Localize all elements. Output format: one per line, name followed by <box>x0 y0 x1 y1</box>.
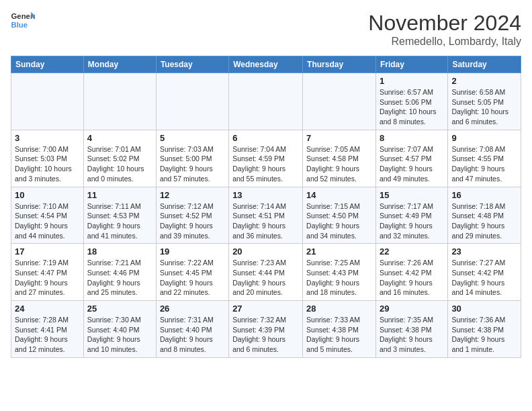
day-number: 1 <box>380 76 444 86</box>
calendar-cell: 15Sunrise: 7:17 AM Sunset: 4:49 PM Dayli… <box>375 187 447 244</box>
day-number: 28 <box>306 304 372 314</box>
day-info: Sunrise: 7:27 AM Sunset: 4:42 PM Dayligh… <box>451 258 517 298</box>
day-number: 18 <box>87 246 152 257</box>
day-number: 20 <box>232 246 299 257</box>
day-info: Sunrise: 7:30 AM Sunset: 4:40 PM Dayligh… <box>87 315 152 355</box>
calendar-cell: 9Sunrise: 7:08 AM Sunset: 4:55 PM Daylig… <box>448 130 521 187</box>
calendar-cell: 3Sunrise: 7:00 AM Sunset: 5:03 PM Daylig… <box>11 130 84 187</box>
day-info: Sunrise: 7:21 AM Sunset: 4:46 PM Dayligh… <box>87 258 152 298</box>
day-number: 14 <box>306 190 372 200</box>
day-info: Sunrise: 7:28 AM Sunset: 4:41 PM Dayligh… <box>15 315 80 355</box>
calendar-cell: 14Sunrise: 7:15 AM Sunset: 4:50 PM Dayli… <box>303 187 376 244</box>
day-info: Sunrise: 7:26 AM Sunset: 4:42 PM Dayligh… <box>380 258 444 298</box>
calendar-cell: 26Sunrise: 7:31 AM Sunset: 4:40 PM Dayli… <box>156 301 228 358</box>
day-number: 15 <box>380 190 444 200</box>
day-number: 29 <box>380 304 444 314</box>
day-number: 11 <box>87 190 152 200</box>
month-title: November 2024 <box>368 11 521 36</box>
day-number: 26 <box>160 304 225 314</box>
weekday-header-wednesday: Wednesday <box>229 56 303 73</box>
day-info: Sunrise: 7:07 AM Sunset: 4:57 PM Dayligh… <box>380 144 444 184</box>
day-info: Sunrise: 7:04 AM Sunset: 4:59 PM Dayligh… <box>232 144 299 184</box>
day-info: Sunrise: 7:10 AM Sunset: 4:54 PM Dayligh… <box>15 201 80 241</box>
day-number: 7 <box>306 133 372 143</box>
calendar-week-row: 17Sunrise: 7:19 AM Sunset: 4:47 PM Dayli… <box>11 244 521 301</box>
calendar-cell: 17Sunrise: 7:19 AM Sunset: 4:47 PM Dayli… <box>11 244 84 301</box>
day-info: Sunrise: 7:36 AM Sunset: 4:38 PM Dayligh… <box>451 315 517 355</box>
day-info: Sunrise: 6:57 AM Sunset: 5:06 PM Dayligh… <box>380 87 444 127</box>
calendar-cell: 7Sunrise: 7:05 AM Sunset: 4:58 PM Daylig… <box>303 130 376 187</box>
calendar-header-row: SundayMondayTuesdayWednesdayThursdayFrid… <box>11 56 521 73</box>
calendar-week-row: 1Sunrise: 6:57 AM Sunset: 5:06 PM Daylig… <box>11 73 521 130</box>
calendar-cell: 11Sunrise: 7:11 AM Sunset: 4:53 PM Dayli… <box>83 187 156 244</box>
calendar-cell: 4Sunrise: 7:01 AM Sunset: 5:02 PM Daylig… <box>83 130 156 187</box>
calendar-cell: 12Sunrise: 7:12 AM Sunset: 4:52 PM Dayli… <box>156 187 228 244</box>
day-number: 2 <box>451 76 517 86</box>
calendar-cell: 25Sunrise: 7:30 AM Sunset: 4:40 PM Dayli… <box>83 301 156 358</box>
logo-icon: General Blue <box>11 11 35 30</box>
day-number: 5 <box>160 133 225 143</box>
day-number: 3 <box>15 133 80 143</box>
day-info: Sunrise: 7:17 AM Sunset: 4:49 PM Dayligh… <box>380 201 444 241</box>
weekday-header-thursday: Thursday <box>303 56 376 73</box>
day-number: 24 <box>15 304 80 314</box>
calendar-cell: 13Sunrise: 7:14 AM Sunset: 4:51 PM Dayli… <box>229 187 303 244</box>
calendar-cell: 2Sunrise: 6:58 AM Sunset: 5:05 PM Daylig… <box>448 73 521 130</box>
day-info: Sunrise: 7:03 AM Sunset: 5:00 PM Dayligh… <box>160 144 225 184</box>
day-number: 25 <box>87 304 152 314</box>
calendar-cell <box>303 73 376 130</box>
day-number: 10 <box>15 190 80 200</box>
calendar-week-row: 10Sunrise: 7:10 AM Sunset: 4:54 PM Dayli… <box>11 187 521 244</box>
calendar-cell: 30Sunrise: 7:36 AM Sunset: 4:38 PM Dayli… <box>448 301 521 358</box>
calendar-cell: 16Sunrise: 7:18 AM Sunset: 4:48 PM Dayli… <box>448 187 521 244</box>
day-info: Sunrise: 7:01 AM Sunset: 5:02 PM Dayligh… <box>87 144 152 184</box>
calendar-cell: 1Sunrise: 6:57 AM Sunset: 5:06 PM Daylig… <box>375 73 447 130</box>
calendar-cell <box>11 73 84 130</box>
day-number: 22 <box>380 246 444 257</box>
day-number: 13 <box>232 190 299 200</box>
day-info: Sunrise: 7:00 AM Sunset: 5:03 PM Dayligh… <box>15 144 80 184</box>
day-info: Sunrise: 7:08 AM Sunset: 4:55 PM Dayligh… <box>451 144 517 184</box>
location-title: Remedello, Lombardy, Italy <box>368 36 521 48</box>
day-info: Sunrise: 7:25 AM Sunset: 4:43 PM Dayligh… <box>306 258 372 298</box>
day-info: Sunrise: 7:14 AM Sunset: 4:51 PM Dayligh… <box>232 201 299 241</box>
day-info: Sunrise: 7:32 AM Sunset: 4:39 PM Dayligh… <box>232 315 299 355</box>
day-info: Sunrise: 7:23 AM Sunset: 4:44 PM Dayligh… <box>232 258 299 298</box>
calendar-cell: 29Sunrise: 7:35 AM Sunset: 4:38 PM Dayli… <box>375 301 447 358</box>
day-number: 17 <box>15 246 80 257</box>
logo: General Blue <box>11 11 35 30</box>
calendar-cell: 18Sunrise: 7:21 AM Sunset: 4:46 PM Dayli… <box>83 244 156 301</box>
title-area: November 2024 Remedello, Lombardy, Italy <box>368 11 521 48</box>
calendar-cell: 8Sunrise: 7:07 AM Sunset: 4:57 PM Daylig… <box>375 130 447 187</box>
day-number: 8 <box>380 133 444 143</box>
svg-text:Blue: Blue <box>11 21 28 29</box>
weekday-header-tuesday: Tuesday <box>156 56 228 73</box>
day-info: Sunrise: 7:19 AM Sunset: 4:47 PM Dayligh… <box>15 258 80 298</box>
day-info: Sunrise: 7:22 AM Sunset: 4:45 PM Dayligh… <box>160 258 225 298</box>
calendar-cell: 22Sunrise: 7:26 AM Sunset: 4:42 PM Dayli… <box>375 244 447 301</box>
day-info: Sunrise: 7:05 AM Sunset: 4:58 PM Dayligh… <box>306 144 372 184</box>
calendar-week-row: 24Sunrise: 7:28 AM Sunset: 4:41 PM Dayli… <box>11 301 521 358</box>
day-number: 27 <box>232 304 299 314</box>
calendar-cell: 19Sunrise: 7:22 AM Sunset: 4:45 PM Dayli… <box>156 244 228 301</box>
calendar-cell: 27Sunrise: 7:32 AM Sunset: 4:39 PM Dayli… <box>229 301 303 358</box>
day-info: Sunrise: 7:35 AM Sunset: 4:38 PM Dayligh… <box>380 315 444 355</box>
calendar-cell: 21Sunrise: 7:25 AM Sunset: 4:43 PM Dayli… <box>303 244 376 301</box>
calendar-cell: 28Sunrise: 7:33 AM Sunset: 4:38 PM Dayli… <box>303 301 376 358</box>
day-number: 9 <box>451 133 517 143</box>
calendar-cell: 24Sunrise: 7:28 AM Sunset: 4:41 PM Dayli… <box>11 301 84 358</box>
day-info: Sunrise: 7:18 AM Sunset: 4:48 PM Dayligh… <box>451 201 517 241</box>
day-number: 19 <box>160 246 225 257</box>
day-number: 16 <box>451 190 517 200</box>
day-number: 23 <box>451 246 517 257</box>
weekday-header-saturday: Saturday <box>448 56 521 73</box>
day-number: 4 <box>87 133 152 143</box>
weekday-header-monday: Monday <box>83 56 156 73</box>
day-info: Sunrise: 7:12 AM Sunset: 4:52 PM Dayligh… <box>160 201 225 241</box>
calendar-cell <box>229 73 303 130</box>
calendar-cell: 6Sunrise: 7:04 AM Sunset: 4:59 PM Daylig… <box>229 130 303 187</box>
calendar-cell: 20Sunrise: 7:23 AM Sunset: 4:44 PM Dayli… <box>229 244 303 301</box>
day-info: Sunrise: 7:15 AM Sunset: 4:50 PM Dayligh… <box>306 201 372 241</box>
day-info: Sunrise: 6:58 AM Sunset: 5:05 PM Dayligh… <box>451 87 517 127</box>
day-number: 21 <box>306 246 372 257</box>
